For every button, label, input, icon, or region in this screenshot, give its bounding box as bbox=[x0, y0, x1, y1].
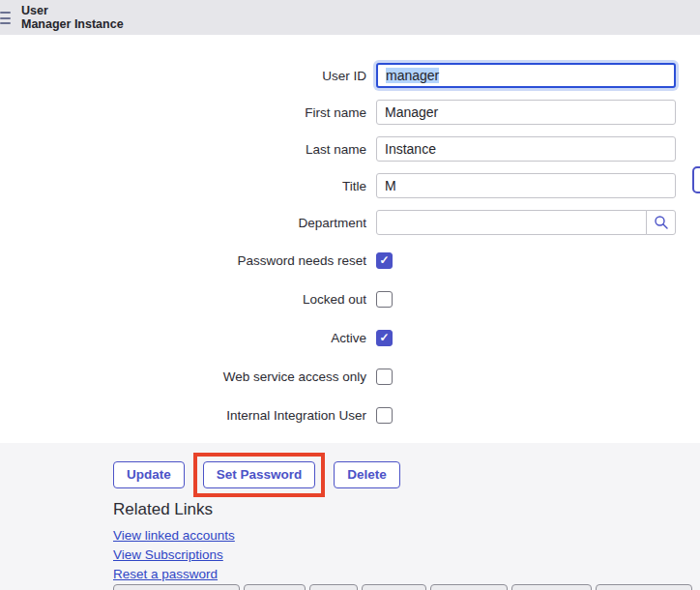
page-title: User Manager Instance bbox=[21, 4, 124, 31]
title-input[interactable]: M bbox=[376, 173, 676, 198]
related-list-tab-stub[interactable] bbox=[362, 584, 426, 590]
active-label: Active bbox=[0, 331, 376, 345]
internal-integration-user-label: Internal Integration User bbox=[0, 408, 376, 423]
selected-text: manager bbox=[386, 68, 439, 83]
field-row-first-name: First name Manager bbox=[0, 94, 700, 131]
related-list-tab-stub[interactable] bbox=[430, 584, 508, 590]
password-needs-reset-label: Password needs reset bbox=[0, 253, 376, 268]
checkbox-row-internal-integration-user: Internal Integration User bbox=[0, 396, 700, 434]
form-action-buttons: Update Set Password Delete bbox=[113, 443, 700, 488]
user-form: User ID manager First name Manager Last … bbox=[0, 35, 700, 434]
delete-button[interactable]: Delete bbox=[334, 461, 400, 488]
department-lookup-button[interactable] bbox=[646, 210, 676, 235]
checkbox-row-active: Active ✓ bbox=[0, 318, 700, 357]
last-name-input[interactable]: Instance bbox=[376, 136, 676, 162]
view-linked-accounts-link[interactable]: View linked accounts bbox=[113, 528, 235, 543]
checkbox-row-web-service-access-only: Web service access only bbox=[0, 357, 700, 396]
reset-a-password-link[interactable]: Reset a password bbox=[113, 567, 218, 581]
checkbox-section: Password needs reset ✓ Locked out Active… bbox=[0, 241, 700, 434]
first-name-input[interactable]: Manager bbox=[376, 100, 676, 125]
set-password-highlight-annotation: Set Password bbox=[193, 453, 326, 497]
web-service-access-only-checkbox[interactable] bbox=[376, 369, 393, 385]
form-footer: Update Set Password Delete Related Links… bbox=[0, 443, 700, 590]
field-row-last-name: Last name Instance bbox=[0, 131, 700, 167]
list-item: Reset a password bbox=[113, 564, 700, 583]
related-list-tab-stub[interactable] bbox=[309, 584, 358, 590]
field-row-title: Title M bbox=[0, 167, 700, 204]
locked-out-label: Locked out bbox=[0, 292, 376, 307]
record-type-title: User bbox=[21, 4, 124, 17]
search-icon bbox=[654, 215, 669, 230]
department-label: Department bbox=[0, 216, 376, 230]
active-checkbox[interactable]: ✓ bbox=[376, 330, 393, 346]
record-name-title: Manager Instance bbox=[21, 17, 124, 31]
related-list-tab-stub[interactable] bbox=[244, 584, 306, 590]
related-list-tab-stub[interactable] bbox=[113, 584, 240, 590]
related-list-tab-stub[interactable] bbox=[511, 584, 592, 590]
last-name-label: Last name bbox=[0, 142, 376, 157]
first-name-label: First name bbox=[0, 105, 376, 120]
checkbox-row-locked-out: Locked out bbox=[0, 280, 700, 318]
hamburger-menu-icon[interactable] bbox=[0, 12, 11, 24]
password-needs-reset-checkbox[interactable]: ✓ bbox=[376, 252, 393, 269]
department-input[interactable] bbox=[376, 210, 647, 235]
view-subscriptions-link[interactable]: View Subscriptions bbox=[113, 547, 223, 562]
field-row-department: Department bbox=[0, 204, 700, 241]
list-item: View linked accounts bbox=[113, 525, 700, 545]
field-row-user-id: User ID manager bbox=[0, 57, 700, 94]
related-links-list: View linked accounts View Subscriptions … bbox=[113, 525, 700, 583]
form-header: User Manager Instance bbox=[0, 0, 700, 35]
user-id-label: User ID bbox=[0, 69, 376, 83]
user-id-input[interactable]: manager bbox=[376, 63, 676, 88]
internal-integration-user-checkbox[interactable] bbox=[376, 407, 393, 424]
related-list-tabs-cutoff bbox=[113, 584, 692, 590]
title-label: Title bbox=[0, 179, 376, 193]
checkbox-row-password-needs-reset: Password needs reset ✓ bbox=[0, 241, 700, 280]
web-service-access-only-label: Web service access only bbox=[0, 369, 376, 384]
set-password-button[interactable]: Set Password bbox=[203, 461, 316, 488]
update-button[interactable]: Update bbox=[113, 461, 185, 488]
related-links-heading: Related Links bbox=[113, 500, 700, 519]
related-list-tab-stub[interactable] bbox=[596, 584, 692, 590]
edge-cutoff-button[interactable] bbox=[692, 166, 700, 193]
locked-out-checkbox[interactable] bbox=[376, 291, 393, 308]
list-item: View Subscriptions bbox=[113, 545, 700, 564]
